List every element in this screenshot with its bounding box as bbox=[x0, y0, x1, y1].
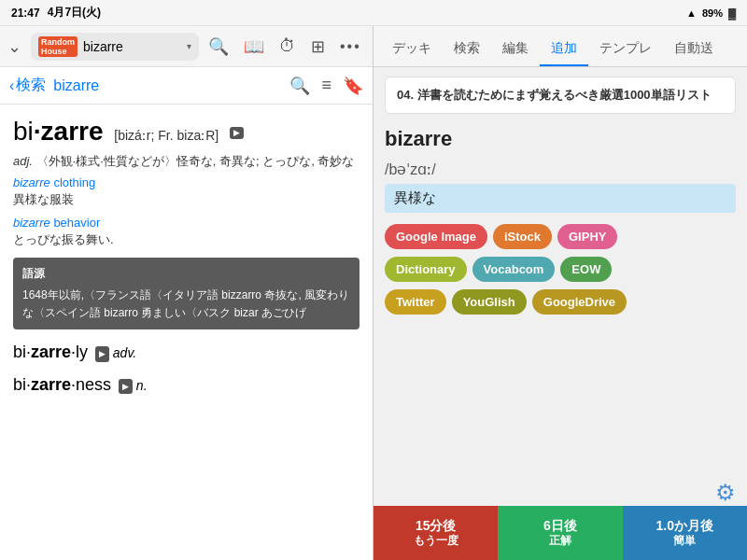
action-again-main: 15分後 bbox=[416, 517, 457, 534]
card-area: 04. 洋書を読むためにまず覚えるべき厳選1000単語リスト bizarre /… bbox=[374, 67, 747, 506]
tag-googledrive[interactable]: GoogleDrive bbox=[532, 289, 627, 315]
example-2-en: bizarre behavior bbox=[13, 216, 359, 230]
chevron-down-icon[interactable]: ⌄ bbox=[7, 36, 21, 57]
dict-toolbar: ⌄ RandomHouse ▾ 🔍 📖 ⏱ ⊞ ••• bbox=[0, 26, 373, 67]
status-bar: 21:47 4月7日(火) ▲ 89% ▓ bbox=[0, 0, 747, 26]
tab-edit[interactable]: 編集 bbox=[491, 33, 540, 66]
back-label: 検索 bbox=[16, 76, 46, 95]
tag-twitter[interactable]: Twitter bbox=[385, 289, 446, 315]
dict-logo: RandomHouse bbox=[38, 36, 78, 57]
bookmark-icon[interactable]: 🔖 bbox=[343, 76, 363, 96]
example-1-word: bizarre bbox=[13, 175, 50, 189]
list-icon[interactable]: ≡ bbox=[321, 76, 331, 95]
etymology-box: 語源 1648年以前,〈フランス語〈イタリア語 bizzarro 奇抜な, 風変… bbox=[13, 258, 359, 330]
left-panel: ⌄ RandomHouse ▾ 🔍 📖 ⏱ ⊞ ••• ‹ 検索 🔍 bbox=[0, 26, 374, 560]
pos-label: adj. bbox=[13, 154, 33, 168]
card-meaning: 異様な bbox=[385, 184, 736, 213]
book-toolbar-icon[interactable]: 📖 bbox=[244, 36, 264, 57]
tag-istock[interactable]: iStock bbox=[493, 224, 552, 249]
related-words: bi·zarre·ly ▶ adv. bi·zarre·ness ▶ n. bbox=[13, 339, 359, 399]
dict-toolbar-icons: 🔍 📖 ⏱ ⊞ ••• bbox=[208, 36, 365, 57]
tag-vocabcom[interactable]: Vocabcom bbox=[472, 257, 556, 282]
main-search-input[interactable] bbox=[53, 77, 282, 94]
related-2-video[interactable]: ▶ bbox=[119, 379, 133, 394]
word-main: zarre bbox=[41, 117, 104, 146]
history-toolbar-icon[interactable]: ⏱ bbox=[279, 36, 296, 56]
card-word: bizarre bbox=[385, 123, 736, 155]
related-2-pos: n. bbox=[136, 378, 148, 393]
right-tabs: デッキ 検索 編集 追加 テンプレ 自動送 bbox=[374, 26, 747, 67]
card-list-title: 04. 洋書を読むためにまず覚えるべき厳選1000単語リスト bbox=[385, 77, 736, 114]
gear-button[interactable]: ⚙ bbox=[715, 480, 736, 506]
search-toolbar-icon[interactable]: 🔍 bbox=[208, 36, 229, 57]
example-2-ja: とっぴな振る舞い. bbox=[13, 231, 359, 248]
main-content: ⌄ RandomHouse ▾ 🔍 📖 ⏱ ⊞ ••• ‹ 検索 🔍 bbox=[0, 26, 747, 560]
action-easy-button[interactable]: 1.0か月後 簡単 bbox=[623, 506, 747, 560]
related-1-main: bi·zarre·ly bbox=[13, 343, 88, 361]
example-2-word: bizarre bbox=[13, 216, 50, 230]
example-1-ja: 異様な服装 bbox=[13, 191, 359, 208]
dropdown-arrow-icon[interactable]: ▾ bbox=[187, 41, 191, 51]
action-easy-sub: 簡単 bbox=[673, 534, 696, 549]
tab-auto[interactable]: 自動送 bbox=[663, 33, 725, 66]
action-correct-main: 6日後 bbox=[543, 517, 577, 534]
tag-giphy[interactable]: GIPHY bbox=[557, 224, 617, 249]
dict-content: bi·zarre [bizáːr; Fr. bizaːR] ▶ adj. 〈外観… bbox=[0, 105, 373, 560]
tab-deck[interactable]: デッキ bbox=[381, 33, 443, 66]
right-panel: デッキ 検索 編集 追加 テンプレ 自動送 04. 洋書を読むためにまず覚えるべ… bbox=[374, 26, 747, 560]
dict-search-bar: ‹ 検索 🔍 ≡ 🔖 bbox=[0, 67, 373, 105]
status-time: 21:47 bbox=[11, 7, 40, 20]
battery-text: 89% bbox=[702, 7, 723, 19]
search-box-dict[interactable]: RandomHouse ▾ bbox=[31, 33, 199, 61]
example-1: bizarre clothing 異様な服装 bbox=[13, 175, 359, 208]
tag-eow[interactable]: EOW bbox=[560, 257, 612, 282]
back-chevron-icon: ‹ bbox=[9, 77, 14, 94]
related-2-main: bi·zarre·ness bbox=[13, 375, 111, 394]
related-word-1: bi·zarre·ly ▶ adv. bbox=[13, 339, 359, 366]
related-1-pos: adv. bbox=[113, 345, 136, 360]
tab-add[interactable]: 追加 bbox=[540, 33, 588, 66]
etymology-title: 語源 bbox=[22, 265, 350, 283]
pos-detail: 〈外観·様式·性質などが〉怪奇な, 奇異な; とっぴな, 奇妙な bbox=[36, 154, 355, 168]
tab-search[interactable]: 検索 bbox=[443, 33, 491, 66]
search-icon[interactable]: 🔍 bbox=[289, 76, 310, 96]
word-prefix: bi bbox=[13, 117, 34, 146]
back-button[interactable]: ‹ 検索 bbox=[9, 76, 46, 95]
action-correct-sub: 正解 bbox=[549, 534, 571, 549]
tag-google-image[interactable]: Google Image bbox=[385, 224, 487, 249]
tags-row-2: Dictionary Vocabcom EOW bbox=[385, 257, 736, 282]
action-easy-main: 1.0か月後 bbox=[656, 517, 713, 534]
action-again-button[interactable]: 15分後 もう一度 bbox=[374, 506, 498, 560]
video-badge[interactable]: ▶ bbox=[230, 127, 244, 139]
etymology-text: 1648年以前,〈フランス語〈イタリア語 bizzarro 奇抜な, 風変わりな… bbox=[22, 287, 350, 322]
action-buttons: 15分後 もう一度 6日後 正解 1.0か月後 簡単 bbox=[374, 506, 747, 560]
wifi-icon: ▲ bbox=[686, 7, 697, 19]
example-2-rest: behavior bbox=[53, 216, 100, 230]
word-dot: · bbox=[34, 117, 41, 146]
example-1-en: bizarre clothing bbox=[13, 175, 359, 189]
action-again-sub: もう一度 bbox=[414, 534, 458, 549]
related-word-2: bi·zarre·ness ▶ n. bbox=[13, 371, 359, 399]
status-date: 4月7日(火) bbox=[48, 5, 101, 21]
more-toolbar-icon[interactable]: ••• bbox=[340, 38, 361, 55]
action-correct-button[interactable]: 6日後 正解 bbox=[498, 506, 622, 560]
related-1-video[interactable]: ▶ bbox=[95, 346, 109, 361]
tag-youglish[interactable]: YouGlish bbox=[452, 289, 527, 315]
word-pronunciation: [bizáːr; Fr. bizaːR] bbox=[114, 128, 218, 143]
search-action-icons: 🔍 ≡ 🔖 bbox=[289, 76, 363, 96]
tab-template[interactable]: テンプレ bbox=[588, 33, 663, 66]
example-2: bizarre behavior とっぴな振る舞い. bbox=[13, 216, 359, 248]
dict-search-input[interactable] bbox=[83, 39, 181, 54]
example-1-rest: clothing bbox=[53, 175, 95, 189]
battery-icon: ▓ bbox=[728, 7, 736, 19]
tags-row-1: Google Image iStock GIPHY bbox=[385, 224, 736, 249]
card-phonetic: /bəˈzɑː/ bbox=[385, 161, 736, 178]
word-title-line: bi·zarre [bizáːr; Fr. bizaːR] ▶ bbox=[13, 116, 359, 147]
tags-row-3: Twitter YouGlish GoogleDrive bbox=[385, 289, 736, 315]
tag-dictionary[interactable]: Dictionary bbox=[385, 257, 467, 282]
word-pos: adj. 〈外観·様式·性質などが〉怪奇な, 奇異な; とっぴな, 奇妙な bbox=[13, 153, 359, 170]
grid-toolbar-icon[interactable]: ⊞ bbox=[311, 36, 325, 57]
